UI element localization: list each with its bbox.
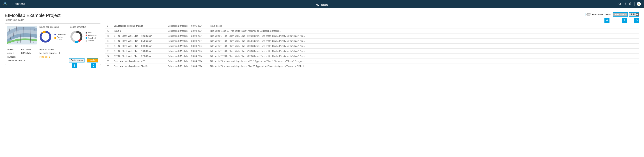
issue-id: 68 — [107, 50, 114, 52]
callout-3: 3 — [72, 63, 77, 68]
avatar-logo-icon — [638, 3, 640, 5]
divider — [10, 2, 10, 6]
issue-date: 23-04-2024 — [191, 40, 210, 42]
hide-inactive-toggle[interactable]: Hide inactive projects — [586, 13, 612, 16]
pending-label: Pending: — [39, 55, 48, 59]
gear-icon[interactable] — [624, 2, 627, 6]
open-value: 0 — [56, 48, 57, 51]
approve-label: For me to approve: — [39, 51, 57, 55]
issue-date: 23-04-2024 — [191, 35, 210, 37]
issue-id: 67 — [107, 55, 114, 57]
legend-status: ActiveActive dueResolvedClosed — [86, 32, 96, 42]
info-col-right: My open issues: 0 For me to approve: 0 P… — [39, 48, 68, 63]
svg-rect-16 — [635, 14, 635, 14]
go-to-issues-button[interactable]: Go to Issues — [69, 58, 84, 63]
project-card: Issues per milestone UndecidedDesign pha… — [5, 23, 101, 65]
help-icon[interactable] — [629, 2, 632, 6]
issue-id: 70 — [107, 40, 114, 42]
callout-1: 1 — [622, 18, 627, 23]
legend-label: Design phase — [57, 36, 68, 40]
legend-item: Closed — [86, 40, 96, 42]
legend-label: Active — [88, 32, 93, 34]
legend-item: Undecided — [54, 34, 68, 36]
legend-swatch — [86, 35, 87, 36]
legend-item: Active due — [86, 34, 96, 36]
svg-point-10 — [639, 4, 640, 5]
view-chart-button[interactable] — [629, 13, 632, 16]
svg-rect-12 — [631, 14, 631, 15]
issue-id: 71 — [107, 35, 114, 37]
project-thumbnail — [7, 26, 37, 45]
issue-project: Education BIMcollab — [168, 35, 191, 37]
issue-title: Structural modeling check - MEP ! — [114, 60, 168, 63]
issue-desc: Title set to 'STRU - Clash Wall / Slab -… — [210, 35, 638, 37]
table-row[interactable]: 72Issue 1Education BIMcollab23-04-2024Ti… — [105, 29, 639, 34]
avatar-button[interactable] — [637, 2, 641, 6]
table-row[interactable]: 68STRU - Clash Wall / Slab - +16.380 mmE… — [105, 49, 639, 54]
svg-point-0 — [4, 3, 6, 4]
table-row[interactable]: 69STRU - Clash Wall / Slab - +59.280 mmE… — [105, 44, 639, 49]
issue-project: Education BIMcollab — [168, 60, 191, 63]
legend-swatch — [86, 40, 87, 42]
svg-rect-18 — [634, 14, 634, 15]
content-row: Issues per milestone UndecidedDesign pha… — [5, 23, 639, 69]
legend-swatch — [86, 32, 87, 34]
svg-rect-14 — [633, 14, 634, 14]
issue-title: STRU - Clash Wall / Slab - +85.060 mm — [114, 40, 168, 42]
table-row[interactable]: 66Structural modeling check - MEP !Educa… — [105, 59, 639, 64]
issue-desc: Title set to 'STRU - Clash Wall / Slab -… — [210, 45, 638, 47]
svg-rect-15 — [634, 14, 634, 14]
info-col-left: Project owner: Education BIMcollab Durat… — [7, 48, 39, 63]
callout-5: 5 — [634, 18, 639, 23]
issue-desc: Title set to 'Issue 1'. Type set to 'Iss… — [210, 30, 638, 32]
issue-project: Education BIMcollab — [168, 50, 191, 52]
legend-swatch — [54, 34, 56, 35]
callout-4: 4 — [604, 18, 610, 23]
table-row[interactable]: 71STRU - Clash Wall / Slab - +19.380 mmE… — [105, 34, 639, 39]
issue-id: 2 — [107, 25, 114, 27]
model-button[interactable]: Model — [87, 58, 98, 63]
search-icon[interactable] — [618, 2, 622, 6]
svg-rect-25 — [636, 15, 638, 15]
issue-desc: Title set to 'STRU - Clash Wall / Slab -… — [210, 55, 638, 57]
table-row[interactable]: 70STRU - Clash Wall / Slab - +85.060 mmE… — [105, 39, 639, 44]
issue-desc: Title set to 'STRU - Clash Wall / Slab -… — [210, 50, 638, 52]
hide-inactive-label: Hide inactive projects — [592, 13, 611, 16]
callout-row-top: 4 1 5 — [5, 18, 639, 23]
chart-milestone: Issues per milestone UndecidedDesign pha… — [39, 26, 68, 45]
svg-point-7 — [630, 5, 631, 5]
issue-project: Education BIMcollab — [168, 40, 191, 42]
legend-label: Undecided — [57, 34, 66, 36]
duration-value: - — [18, 55, 19, 59]
view-list-button[interactable] — [636, 13, 639, 16]
svg-point-5 — [625, 4, 626, 5]
table-row[interactable]: 65Structural modeling check - Clash3Educ… — [105, 64, 639, 69]
view-grid-button[interactable] — [632, 13, 636, 16]
open-label: My open issues: — [39, 48, 55, 51]
issue-title: Loadbearing elements change — [114, 25, 168, 27]
issue-title: Issue 1 — [114, 30, 168, 32]
approve-value: 0 — [58, 51, 60, 55]
new-project-button[interactable]: New project — [613, 12, 628, 17]
tab-my-projects[interactable]: My Projects — [314, 4, 330, 8]
issue-title: STRU - Clash Wall / Slab - +22.380 mm — [114, 55, 168, 57]
issue-project: Education BIMcollab — [168, 30, 191, 32]
issue-date: 23-04-2024 — [191, 45, 210, 47]
issue-id: 66 — [107, 60, 114, 63]
owner-label: Project owner: — [7, 48, 20, 55]
svg-point-2 — [5, 4, 6, 5]
table-row[interactable]: 2Loadbearing elements changeEducation BI… — [105, 23, 639, 29]
issue-date: 23-04-2024 — [191, 30, 210, 32]
donut-milestone-icon — [39, 30, 52, 43]
table-row[interactable]: 67STRU - Clash Wall / Slab - +22.380 mmE… — [105, 54, 639, 59]
issue-date: 23-04-2024 — [191, 65, 210, 68]
legend-label: Active due — [88, 34, 96, 36]
legend-label: Closed — [88, 40, 94, 42]
chart-status-title: Issues per status — [70, 26, 98, 28]
app-header: Helpdesk My Projects — [0, 0, 644, 8]
chart-milestone-title: Issues per milestone — [39, 26, 68, 28]
svg-rect-19 — [635, 14, 635, 15]
legend-item: Design phase — [54, 36, 68, 40]
issue-date: 03-05-2024 — [191, 25, 210, 27]
issue-date: 23-04-2024 — [191, 55, 210, 57]
